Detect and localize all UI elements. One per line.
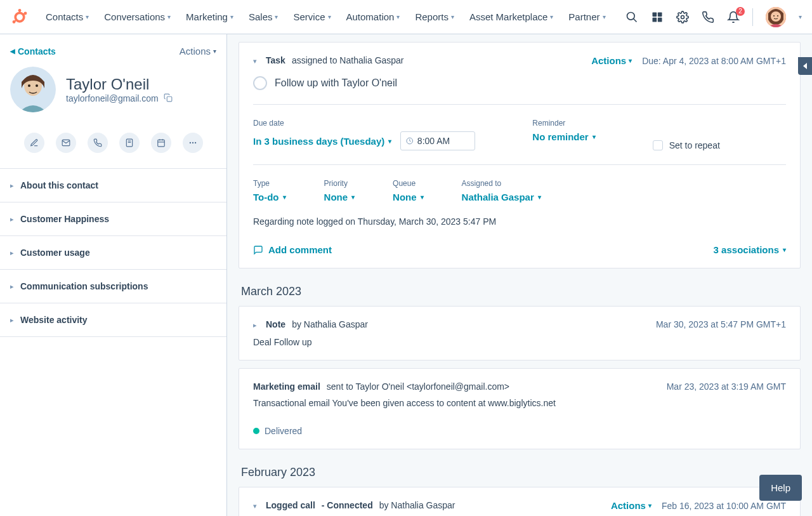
svg-rect-10 bbox=[658, 12, 662, 17]
svg-point-17 bbox=[773, 15, 775, 17]
type-dropdown[interactable]: To-do▾ bbox=[253, 192, 286, 202]
repeat-label: Set to repeat bbox=[669, 140, 720, 150]
contact-email: taylorfoneil@gmail.com bbox=[66, 93, 159, 103]
svg-line-5 bbox=[23, 13, 25, 15]
reminder-dropdown[interactable]: No reminder▾ bbox=[532, 131, 595, 142]
chevron-right-icon: ▸ bbox=[10, 182, 14, 190]
svg-point-18 bbox=[777, 15, 778, 17]
account-caret-icon[interactable]: ▾ bbox=[799, 13, 802, 20]
logged-call-card: ▾ Logged call - Connected by Nathalia Ga… bbox=[239, 487, 801, 516]
svg-point-34 bbox=[192, 142, 193, 143]
settings-icon[interactable] bbox=[676, 11, 689, 23]
call-action-icon[interactable] bbox=[88, 133, 108, 153]
email-recipient-text: sent to Taylor O'neil <taylorfoneil@gmai… bbox=[327, 381, 509, 392]
chevron-right-icon: ▸ bbox=[10, 249, 14, 257]
task-regarding-text: Regarding note logged on Thursday, March… bbox=[253, 216, 786, 227]
left-sidebar: ◀ Contacts Actions▾ Taylor O' bbox=[0, 34, 227, 516]
call-actions-dropdown[interactable]: Actions▾ bbox=[611, 500, 652, 511]
assigned-to-dropdown[interactable]: Nathalia Gaspar▾ bbox=[462, 192, 541, 202]
svg-rect-24 bbox=[167, 96, 172, 102]
svg-point-33 bbox=[189, 142, 190, 143]
contact-name: Taylor O'neil bbox=[66, 76, 173, 93]
note-body: Deal Follow up bbox=[253, 337, 786, 347]
hubspot-logo-icon[interactable] bbox=[10, 8, 29, 27]
email-timestamp: Mar 23, 2023 at 3:19 AM GMT bbox=[667, 381, 786, 392]
section-website-activity[interactable]: ▸ Website activity bbox=[0, 303, 226, 337]
add-comment-button[interactable]: Add comment bbox=[253, 244, 332, 255]
svg-point-0 bbox=[15, 13, 24, 22]
user-avatar[interactable] bbox=[766, 7, 786, 27]
type-label: Type bbox=[253, 179, 286, 188]
side-panel-toggle[interactable] bbox=[798, 57, 812, 75]
nav-service[interactable]: Service▾ bbox=[288, 8, 336, 26]
month-header-march: March 2023 bbox=[239, 285, 801, 298]
due-date-dropdown[interactable]: In 3 business days (Tuesday)▾ bbox=[253, 136, 391, 147]
nav-conversations[interactable]: Conversations▾ bbox=[99, 8, 176, 26]
collapse-toggle-icon[interactable]: ▾ bbox=[253, 502, 257, 510]
associations-dropdown[interactable]: 3 associations▾ bbox=[714, 244, 786, 255]
due-time-input[interactable] bbox=[400, 131, 475, 150]
section-customer-happiness[interactable]: ▸ Customer Happiness bbox=[0, 202, 226, 236]
nav-contacts[interactable]: Contacts▾ bbox=[41, 8, 94, 26]
email-body: Transactional email You've been given ac… bbox=[253, 398, 786, 408]
nav-automation[interactable]: Automation▾ bbox=[341, 8, 405, 26]
nav-partner[interactable]: Partner▾ bbox=[563, 8, 610, 26]
chevron-right-icon: ▸ bbox=[10, 282, 14, 291]
nav-sales[interactable]: Sales▾ bbox=[244, 8, 284, 26]
section-communication-subscriptions[interactable]: ▸ Communication subscriptions bbox=[0, 270, 226, 303]
back-to-contacts[interactable]: ◀ Contacts bbox=[10, 46, 56, 56]
log-action-icon[interactable] bbox=[119, 133, 140, 153]
help-button[interactable]: Help bbox=[759, 475, 802, 501]
task-title[interactable]: Follow up with Taylor O'neil bbox=[275, 77, 397, 89]
svg-rect-11 bbox=[653, 17, 657, 22]
email-action-icon[interactable] bbox=[56, 133, 76, 153]
search-icon[interactable] bbox=[625, 11, 638, 23]
phone-icon[interactable] bbox=[702, 11, 714, 23]
copy-icon[interactable] bbox=[164, 93, 173, 104]
svg-point-7 bbox=[627, 12, 635, 20]
note-action-icon[interactable] bbox=[24, 133, 44, 153]
section-about-contact[interactable]: ▸ About this contact bbox=[0, 169, 226, 202]
queue-label: Queue bbox=[393, 179, 424, 188]
priority-label: Priority bbox=[324, 179, 355, 188]
delivered-status-dot-icon bbox=[253, 428, 259, 434]
svg-line-6 bbox=[14, 20, 16, 22]
activity-type-label: Note bbox=[266, 319, 285, 329]
assigned-to-label: Assigned to bbox=[462, 179, 541, 188]
more-action-icon[interactable] bbox=[183, 133, 203, 153]
contact-avatar[interactable] bbox=[10, 67, 56, 112]
task-due-timestamp: Due: Apr 4, 2023 at 8:00 AM GMT+1 bbox=[642, 56, 786, 66]
priority-dropdown[interactable]: None▾ bbox=[324, 192, 355, 202]
comment-icon bbox=[253, 245, 263, 255]
collapse-toggle-icon[interactable]: ▾ bbox=[253, 57, 257, 65]
collapse-toggle-icon[interactable]: ▸ bbox=[253, 321, 257, 329]
top-nav: Contacts▾ Conversations▾ Marketing▾ Sale… bbox=[0, 0, 812, 34]
nav-reports[interactable]: Reports▾ bbox=[410, 8, 459, 26]
queue-dropdown[interactable]: None▾ bbox=[393, 192, 424, 202]
repeat-checkbox[interactable] bbox=[653, 140, 663, 150]
sidebar-actions-dropdown[interactable]: Actions▾ bbox=[180, 46, 216, 56]
nav-asset-marketplace[interactable]: Asset Marketplace▾ bbox=[464, 8, 558, 26]
chevron-right-icon: ▸ bbox=[10, 215, 14, 223]
svg-point-35 bbox=[194, 142, 195, 143]
task-actions-dropdown[interactable]: Actions▾ bbox=[591, 55, 632, 66]
task-assigned-text: assigned to Nathalia Gaspar bbox=[292, 55, 404, 65]
note-card: ▸ Note by Nathalia Gaspar Mar 30, 2023 a… bbox=[239, 306, 801, 361]
due-time-field[interactable] bbox=[417, 136, 469, 146]
reminder-label: Reminder bbox=[532, 119, 595, 128]
chevron-left-icon: ◀ bbox=[10, 48, 15, 55]
task-action-icon[interactable] bbox=[151, 133, 171, 153]
svg-point-22 bbox=[28, 84, 30, 87]
svg-line-8 bbox=[634, 18, 637, 22]
nav-marketing[interactable]: Marketing▾ bbox=[181, 8, 239, 26]
task-complete-toggle[interactable] bbox=[253, 76, 267, 90]
delivered-label: Delivered bbox=[265, 426, 302, 436]
svg-rect-29 bbox=[157, 140, 164, 147]
activity-type-label: Logged call bbox=[266, 500, 315, 510]
nav-divider bbox=[752, 8, 753, 26]
marketplace-icon[interactable] bbox=[651, 11, 664, 23]
notifications-icon[interactable]: 2 bbox=[727, 11, 740, 23]
task-card: ▾ Task assigned to Nathalia Gaspar Actio… bbox=[239, 42, 801, 268]
section-customer-usage[interactable]: ▸ Customer usage bbox=[0, 236, 226, 270]
activity-type-label: Task bbox=[266, 55, 285, 65]
